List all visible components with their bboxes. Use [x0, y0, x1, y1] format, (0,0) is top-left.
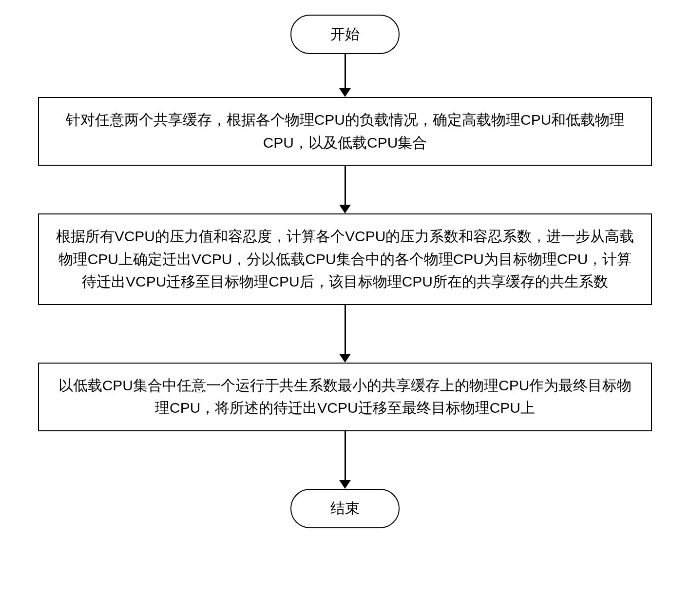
arrow-head-icon	[339, 205, 351, 213]
arrow-line	[345, 431, 346, 480]
process-text: 针对任意两个共享缓存，根据各个物理CPU的负载情况，确定高载物理CPU和低载物理…	[66, 112, 625, 151]
end-terminal: 结束	[290, 489, 400, 528]
arrow-line	[345, 166, 346, 205]
process-step-2: 根据所有VCPU的压力值和容忍度，计算各个VCPU的压力系数和容忍系数，进一步从…	[38, 213, 652, 305]
process-step-1: 针对任意两个共享缓存，根据各个物理CPU的负载情况，确定高载物理CPU和低载物理…	[38, 97, 652, 166]
arrow-line	[345, 54, 346, 88]
arrow-head-icon	[339, 354, 351, 363]
end-label: 结束	[330, 500, 360, 516]
process-text: 根据所有VCPU的压力值和容忍度，计算各个VCPU的压力系数和容忍系数，进一步从…	[56, 228, 634, 289]
start-label: 开始	[330, 26, 360, 42]
process-step-3: 以低载CPU集合中任意一个运行于共生系数最小的共享缓存上的物理CPU作为最终目标…	[38, 363, 652, 431]
arrow-line	[345, 305, 346, 354]
arrow-head-icon	[339, 88, 351, 97]
arrow-2	[339, 166, 351, 213]
flowchart-container: 开始 针对任意两个共享缓存，根据各个物理CPU的负载情况，确定高载物理CPU和低…	[0, 0, 690, 528]
arrow-3	[339, 305, 351, 363]
start-terminal: 开始	[290, 15, 400, 54]
arrow-1	[339, 54, 351, 97]
arrow-4	[339, 431, 351, 489]
arrow-head-icon	[339, 480, 351, 489]
process-text: 以低载CPU集合中任意一个运行于共生系数最小的共享缓存上的物理CPU作为最终目标…	[58, 377, 632, 416]
